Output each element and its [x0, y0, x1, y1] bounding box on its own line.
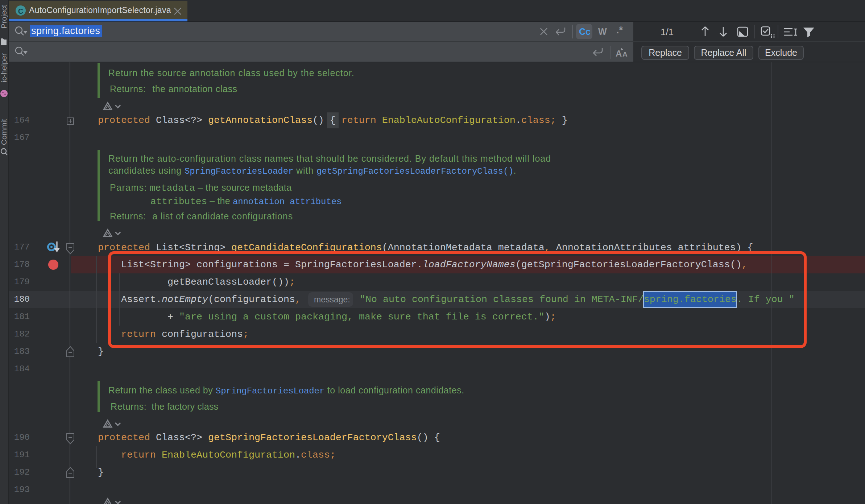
- svg-text:C: C: [18, 7, 23, 15]
- svg-text:A: A: [622, 50, 628, 58]
